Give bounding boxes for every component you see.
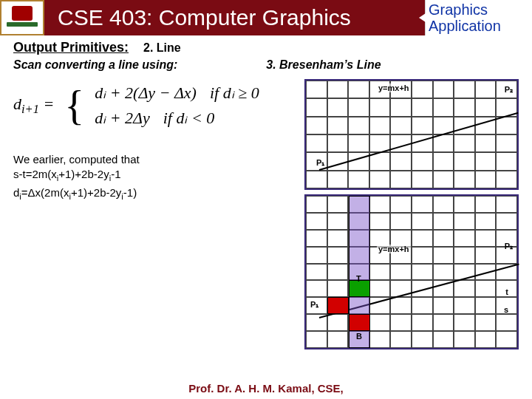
label-b: B (356, 332, 362, 341)
label-t: T (356, 274, 361, 283)
point-p2-top: P₂ (505, 85, 513, 95)
point-p1-bottom: P₁ (310, 300, 318, 310)
label-t-dist: t (505, 287, 508, 296)
line-diagram-top: y=mx+h P₁ P₂ (304, 79, 519, 190)
lhs-sub: i+1 (21, 102, 39, 116)
case2-expr: dᵢ + 2Δy (95, 109, 150, 128)
topic-line: Output Primitives: 2. Line (0, 35, 532, 57)
point-p2-bottom: P₂ (505, 242, 513, 251)
derivation-text: We earlier, computed that s-t=2m(xi+1)+2… (13, 153, 297, 204)
derivation-line1: s-t=2m(xi+1)+2b-2yi-1 (13, 167, 297, 185)
derivation-line2: di=Δx(2m(xi+1)+2b-2yi-1) (13, 185, 297, 204)
course-title: CSE 403: Computer Graphics (58, 5, 351, 30)
line-equation-bottom: y=mx+h (377, 245, 411, 253)
case1-expr: dᵢ + 2(Δy − Δx) (95, 83, 197, 103)
chapter-tag-line1: Graphics (429, 1, 529, 18)
scan-label: Scan converting a line using: (13, 58, 177, 72)
derivation-lead: We earlier, computed that (13, 153, 297, 166)
brace-icon: { (64, 85, 84, 126)
lhs-eq: = (39, 95, 54, 113)
subtopic-line: Scan converting a line using: 3. Bresenh… (0, 57, 532, 73)
header-bar: CSE 403: Computer Graphics Graphics Appl… (0, 0, 532, 35)
algorithm-label: 3. Bresenham’s Line (266, 58, 381, 72)
university-logo (0, 0, 44, 35)
pixel-b (349, 314, 370, 331)
recurrence-formula: di+1 = { dᵢ + 2(Δy − Δx) if dᵢ ≥ 0 dᵢ + … (13, 79, 297, 132)
chapter-tag: Graphics Application (425, 0, 532, 35)
topic-label: Output Primitives: (13, 40, 129, 55)
footer-author: Prof. Dr. A. H. M. Kamal, CSE, (0, 382, 532, 395)
line-equation-top: y=mx+h (377, 83, 411, 92)
line-diagram-bottom: y=mx+h P₁ P₂ T B t s (304, 194, 519, 349)
topic-sub: 2. Line (143, 41, 181, 55)
label-s-dist: s (504, 305, 508, 314)
point-p1-top: P₁ (316, 158, 324, 168)
chapter-tag-line2: Application (429, 18, 529, 34)
lhs-d: d (13, 95, 21, 113)
pixel-p1 (327, 297, 349, 314)
case2-cond: if dᵢ < 0 (163, 109, 215, 128)
case1-cond: if dᵢ ≥ 0 (210, 83, 259, 103)
